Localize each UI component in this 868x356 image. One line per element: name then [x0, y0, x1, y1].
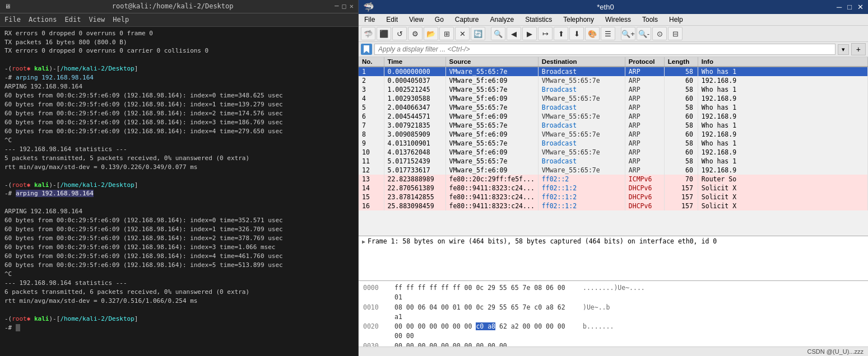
- table-row[interactable]: 8 3.009085909 VMware_5f:e6:09 VMware_55:…: [359, 130, 868, 139]
- ws-title: *eth0: [374, 3, 837, 11]
- toolbar-scroll-top-button[interactable]: ⬆: [554, 27, 568, 40]
- terminal-menu-help[interactable]: Help: [113, 15, 129, 25]
- ws-menubar: File Edit View Go Capture Analyze Statis…: [359, 14, 868, 26]
- ws-menu-analyze[interactable]: Analyze: [488, 15, 517, 24]
- toolbar-resize-columns-button[interactable]: ⊟: [668, 27, 683, 40]
- toolbar-start-capture-button[interactable]: 🦈: [361, 27, 375, 40]
- toolbar-colorize-button[interactable]: 🎨: [585, 27, 600, 40]
- toolbar-save-button[interactable]: ⊞: [439, 27, 454, 40]
- ws-menu-edit[interactable]: Edit: [384, 15, 400, 24]
- table-row[interactable]: 2 0.000405037 VMware_5f:e6:09 VMware_55:…: [359, 76, 868, 85]
- toolbar-open-button[interactable]: 📂: [424, 27, 438, 40]
- toolbar-zoom-out-button[interactable]: 🔍-: [637, 27, 651, 40]
- ws-menu-go[interactable]: Go: [433, 15, 446, 24]
- terminal-menubar: File Actions Edit View Help: [0, 13, 358, 27]
- filter-arrow-button[interactable]: ▾: [838, 44, 849, 55]
- packet-list: No. Time Source Destination Protocol Len…: [359, 57, 868, 236]
- ws-maximize-button[interactable]: □: [847, 3, 852, 11]
- statusbar-text: CSDN @(U_U)...zzz: [807, 348, 864, 355]
- terminal-menu-edit[interactable]: Edit: [64, 15, 81, 25]
- ws-menu-file[interactable]: File: [362, 15, 377, 24]
- terminal-menu-file[interactable]: File: [4, 15, 21, 25]
- filter-input[interactable]: [374, 44, 835, 55]
- ws-filterbar: ▾ +: [359, 42, 868, 57]
- toolbar-back-button[interactable]: ◀: [507, 27, 521, 40]
- col-header-info[interactable]: Info: [698, 57, 867, 67]
- ws-minimize-button[interactable]: ─: [837, 3, 842, 11]
- ws-close-button[interactable]: ✕: [857, 3, 864, 11]
- table-row[interactable]: 13 22.823888989 fe80::20c:29ff:fe5f... f…: [359, 175, 868, 184]
- table-row[interactable]: 11 5.017152439 VMware_55:65:7e Broadcast…: [359, 157, 868, 166]
- toolbar-reload-button[interactable]: 🔄: [471, 27, 485, 40]
- wireshark-pane: 🦈 *eth0 ─ □ ✕ File Edit View Go Capture …: [359, 0, 868, 356]
- toolbar-close-button[interactable]: ✕: [455, 27, 470, 40]
- terminal-menu-view[interactable]: View: [89, 15, 105, 25]
- table-row[interactable]: 9 4.013100901 VMware_55:65:7e Broadcast …: [359, 139, 868, 148]
- table-row[interactable]: 15 23.878142855 fe80::9411:8323:c24... f…: [359, 193, 868, 202]
- col-header-time[interactable]: Time: [384, 57, 445, 67]
- toolbar-scroll-bottom-button[interactable]: ⬇: [569, 27, 584, 40]
- table-row[interactable]: 10 4.013762048 VMware_5f:e6:09 VMware_55…: [359, 148, 868, 157]
- ws-menu-statistics[interactable]: Statistics: [523, 15, 554, 24]
- terminal-content: RX errors 0 dropped 0 overruns 0 frame 0…: [0, 27, 358, 356]
- toolbar-go-to-button[interactable]: ↦: [538, 27, 553, 40]
- table-row[interactable]: 5 2.004066347 VMware_55:65:7e Broadcast …: [359, 103, 868, 112]
- ws-titlebar: 🦈 *eth0 ─ □ ✕: [359, 0, 868, 14]
- ws-menu-wireless[interactable]: Wireless: [603, 15, 633, 24]
- toolbar-autoscroll-button[interactable]: ☰: [601, 27, 615, 40]
- col-header-protocol[interactable]: Protocol: [625, 57, 664, 67]
- col-header-length[interactable]: Length: [664, 57, 698, 67]
- terminal-title: root@kali:/home/kali-2/Desktop: [112, 2, 234, 11]
- packet-detail-pane: ▶ Frame 1: 58 bytes on wire (464 bits), …: [359, 236, 868, 281]
- table-row[interactable]: 14 22.870561389 fe80::9411:8323:c24... f…: [359, 184, 868, 193]
- filter-add-button[interactable]: +: [851, 43, 866, 55]
- col-header-destination[interactable]: Destination: [538, 57, 625, 67]
- detail-expand-icon[interactable]: ▶: [362, 238, 365, 245]
- toolbar-forward-button[interactable]: ▶: [522, 27, 537, 40]
- ws-menu-view[interactable]: View: [407, 15, 426, 24]
- toolbar-options-button[interactable]: ⚙: [408, 27, 423, 40]
- ws-shark-icon: 🦈: [363, 2, 374, 12]
- toolbar-zoom-in-button[interactable]: 🔍+: [621, 27, 635, 40]
- ws-toolbar: 🦈 ⬛ ↺ ⚙ 📂 ⊞ ✕ 🔄 🔍 ◀ ▶ ↦ ⬆ ⬇ 🎨 ☰ 🔍+ 🔍- ⊙ …: [359, 26, 868, 42]
- ws-menu-tools[interactable]: Tools: [640, 15, 660, 24]
- ws-menu-help[interactable]: Help: [667, 15, 685, 24]
- filter-bookmark-icon: [361, 44, 372, 55]
- table-row[interactable]: 12 5.017733617 VMware_5f:e6:09 VMware_55…: [359, 166, 868, 175]
- table-row[interactable]: 1 0.000000000 VMware_55:65:7e Broadcast …: [359, 67, 868, 76]
- col-header-source[interactable]: Source: [445, 57, 538, 67]
- ws-menu-capture[interactable]: Capture: [453, 15, 481, 24]
- toolbar-zoom-normal-button[interactable]: ⊙: [652, 27, 667, 40]
- terminal-maximize-button[interactable]: □: [342, 2, 346, 11]
- ws-statusbar: CSDN @(U_U)...zzz: [359, 346, 868, 356]
- terminal-pane: 🖥 root@kali:/home/kali-2/Desktop ─ □ ✕ F…: [0, 0, 359, 356]
- terminal-close-button[interactable]: ✕: [350, 2, 354, 11]
- table-row[interactable]: 6 2.004544571 VMware_5f:e6:09 VMware_55:…: [359, 112, 868, 121]
- table-row[interactable]: 16 25.883098459 fe80::9411:8323:c24... f…: [359, 202, 868, 210]
- toolbar-stop-capture-button[interactable]: ⬛: [377, 27, 391, 40]
- terminal-menu-actions[interactable]: Actions: [29, 15, 57, 25]
- terminal-window-icon: 🖥: [4, 2, 11, 11]
- terminal-minimize-button[interactable]: ─: [335, 2, 338, 11]
- col-header-no[interactable]: No.: [359, 57, 384, 67]
- ws-menu-telephony[interactable]: Telephony: [561, 15, 596, 24]
- toolbar-restart-capture-button[interactable]: ↺: [392, 27, 407, 40]
- hex-pane: 0000ff ff ff ff ff ff 00 0c 29 55 65 7e …: [359, 281, 868, 346]
- table-row[interactable]: 7 3.007921835 VMware_55:65:7e Broadcast …: [359, 121, 868, 130]
- table-row[interactable]: 3 1.002521245 VMware_55:65:7e Broadcast …: [359, 85, 868, 94]
- toolbar-find-button[interactable]: 🔍: [491, 27, 505, 40]
- packet-detail-text: Frame 1: 58 bytes on wire (464 bits), 58…: [368, 237, 717, 245]
- terminal-titlebar: 🖥 root@kali:/home/kali-2/Desktop ─ □ ✕: [0, 0, 358, 13]
- table-row[interactable]: 4 1.002930588 VMware_5f:e6:09 VMware_55:…: [359, 94, 868, 103]
